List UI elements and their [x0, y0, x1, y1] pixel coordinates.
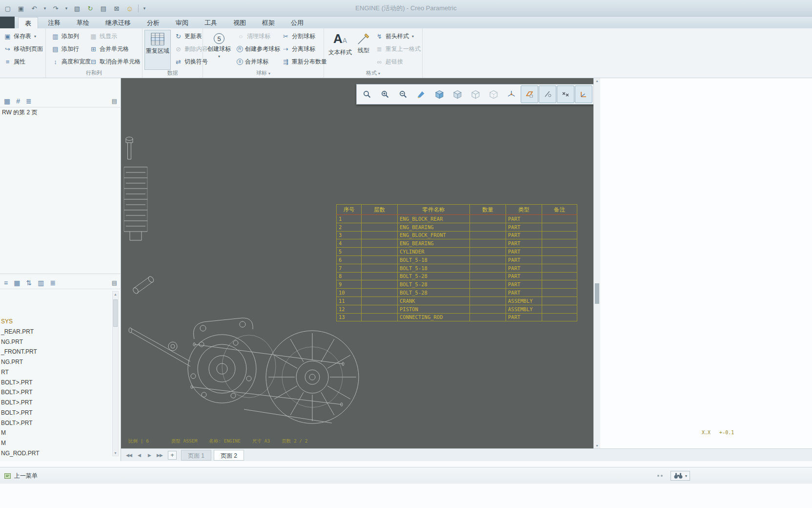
ribbon-tab-analysis[interactable]: 分析	[141, 17, 166, 28]
zoom-in-button[interactable]	[376, 85, 394, 103]
file-menu-button[interactable]	[0, 17, 15, 28]
qat-customize-caret-icon[interactable]: ▾	[142, 3, 147, 13]
arrow-style-button[interactable]: ↯ 箭头样式 ▾	[374, 31, 415, 42]
tree-columns-icon[interactable]: ▥	[38, 279, 44, 287]
move-to-page-button[interactable]: ↪ 移动到页面	[2, 43, 44, 54]
redo-button[interactable]: ↷	[51, 3, 61, 13]
model-tree-item[interactable]: _FRONT.PRT	[0, 347, 109, 357]
bom-row[interactable]: 1ENG_BLOCK_REARPART	[337, 215, 577, 223]
ribbon-tab-applications[interactable]: 公用	[284, 17, 310, 28]
sheet-tab-1[interactable]: 页面 1	[181, 450, 211, 461]
model-tree-item[interactable]: NG.PRT	[0, 357, 109, 367]
canvas-scroll-up-icon[interactable]: ▲	[594, 79, 600, 83]
windows-icon[interactable]: ▤	[99, 3, 108, 13]
undo-caret-icon[interactable]: ▾	[42, 3, 47, 13]
save-icon[interactable]: ▣	[16, 3, 26, 13]
scroll-down-icon[interactable]: ▼	[113, 451, 118, 455]
model-tree-item[interactable]: RT	[0, 367, 109, 378]
regenerate-icon[interactable]: ↻	[85, 3, 95, 13]
line-display-button[interactable]: ▦ 线显示	[88, 31, 119, 42]
ribbon-tab-tools[interactable]: 工具	[198, 17, 223, 28]
create-balloons-button[interactable]: 5 创建球标 ▾	[205, 30, 233, 70]
merge-balloons-button[interactable]: 8 合并球标	[235, 56, 270, 67]
model-tree-item[interactable]: M	[0, 438, 109, 448]
bom-row[interactable]: 7BOLT_5-18PART	[337, 264, 577, 272]
model-tree-item[interactable]: SYS	[0, 317, 109, 327]
bom-row[interactable]: 4ENG_BEARINGPART	[337, 239, 577, 248]
ribbon-tab-view[interactable]: 视图	[227, 17, 252, 28]
add-row-button[interactable]: ▤ 添加行	[50, 43, 81, 54]
datum-display-button[interactable]	[503, 85, 520, 103]
bom-table[interactable]: 序号 层数 零件名称 数量 类型 备注 1ENG_BLOCK_REARPART …	[336, 204, 577, 321]
unmerge-cells-button[interactable]: ⊟ 取消合并单元格	[88, 56, 142, 67]
canvas-scroll-down-icon[interactable]: ▼	[594, 444, 600, 447]
add-sheet-button[interactable]: +	[168, 451, 177, 460]
detach-balloons-button[interactable]: ⇢ 分离球标	[280, 43, 317, 54]
tree-list-icon[interactable]: ≡	[4, 279, 8, 287]
bom-row[interactable]: 12PISTONASSEMBLY	[337, 305, 577, 313]
model-tree-item[interactable]: NG_ROD.PRT	[0, 448, 109, 459]
repeat-last-format-button[interactable]: ≣ 重复上一格式	[374, 43, 422, 54]
undo-button[interactable]: ↶	[29, 3, 39, 13]
next-sheet-icon[interactable]: ▶	[145, 453, 153, 458]
add-column-button[interactable]: ▥ 添加列	[50, 31, 81, 42]
drawing-tree-icon[interactable]: ▦	[4, 97, 10, 105]
repaint-button[interactable]	[412, 85, 430, 103]
hyperlink-button[interactable]: ∞ 超链接	[374, 56, 405, 67]
bom-row[interactable]: 2ENG_BEARINGPART	[337, 223, 577, 231]
bom-row[interactable]: 8BOLT_5-28PART	[337, 272, 577, 280]
text-style-button[interactable]: AA 文本样式	[327, 30, 353, 70]
panel-options-icon[interactable]: ▤	[112, 98, 117, 105]
canvas-scrollbar-thumb[interactable]	[595, 283, 599, 304]
scroll-up-icon[interactable]: ▲	[113, 293, 118, 296]
sidebar-scrollbar[interactable]: ▲ ▼	[112, 291, 119, 456]
model-tree-item[interactable]: NG.PRT	[0, 337, 109, 347]
model-tree-item[interactable]: BOLT>.PRT	[0, 418, 109, 428]
bom-row[interactable]: 6BOLT_5-18PART	[337, 255, 577, 264]
model-tree-item[interactable]: BOLT>.PRT	[0, 378, 109, 388]
format-group-caret-icon[interactable]: ▾	[378, 71, 380, 76]
balloons-group-caret-icon[interactable]: ▾	[268, 71, 270, 76]
zoom-out-button[interactable]	[394, 85, 412, 103]
display-style-button[interactable]	[448, 85, 466, 103]
scrollbar-thumb[interactable]	[113, 299, 118, 327]
create-ref-balloon-button[interactable]: R 创建参考球标	[235, 43, 282, 54]
sidebar-splitter[interactable]	[0, 274, 121, 274]
prev-sheet-icon[interactable]: ◀	[135, 453, 143, 458]
find-button[interactable]: ▾	[670, 471, 690, 481]
update-table-button[interactable]: ↻ 更新表	[173, 31, 203, 42]
bom-row[interactable]: 11CRANKASSEMBLY	[337, 296, 577, 305]
bom-row[interactable]: 13CONNECTING_RODPART	[337, 313, 577, 321]
sheet-tab-2[interactable]: 页面 2	[214, 450, 244, 461]
tree-layers-icon[interactable]: ≣	[50, 279, 56, 287]
previous-menu-button[interactable]: 上一菜单	[4, 467, 38, 484]
height-width-button[interactable]: ↕ 高度和宽度	[50, 56, 92, 67]
last-sheet-icon[interactable]: ▶▶	[156, 453, 163, 458]
ribbon-tab-sketch[interactable]: 草绘	[70, 17, 96, 28]
axis-display-toggle[interactable]	[539, 85, 556, 103]
csys-display-toggle[interactable]	[575, 85, 592, 103]
cleanup-balloons-button[interactable]: ○ 清理球标	[235, 31, 272, 42]
select-box-icon[interactable]: ▧	[72, 3, 82, 13]
repeat-region-button[interactable]: 重复区域	[144, 30, 171, 70]
save-table-button[interactable]: ▣ 保存表 ▾	[2, 31, 38, 42]
layer-tree-icon[interactable]: ≣	[26, 97, 32, 105]
table-tree-icon[interactable]: #	[16, 97, 20, 105]
bom-row[interactable]: 5CYLINDERPART	[337, 248, 577, 256]
properties-button[interactable]: ≡ 属性	[2, 56, 27, 67]
first-sheet-icon[interactable]: ◀◀	[125, 453, 133, 458]
model-tree-item[interactable]: BOLT>.PRT	[0, 408, 109, 418]
tree-grid-icon[interactable]: ▦	[14, 279, 20, 287]
transparent-view-button[interactable]	[467, 85, 484, 103]
ribbon-tab-framework[interactable]: 框架	[256, 17, 281, 28]
drawing-canvas[interactable]: 序号 层数 零件名称 数量 类型 备注 1ENG_BLOCK_REARPART …	[121, 78, 593, 448]
tree-sort-icon[interactable]: ⇅	[26, 279, 32, 287]
tree-options-icon[interactable]: ▤	[112, 279, 117, 286]
canvas-vertical-scrollbar[interactable]: ▲ ▼	[593, 78, 600, 448]
model-tree-item[interactable]: BOLT>.PRT	[0, 387, 109, 398]
redo-caret-icon[interactable]: ▾	[64, 3, 69, 13]
point-display-toggle[interactable]	[557, 85, 574, 103]
find-caret-icon[interactable]: ▾	[685, 474, 687, 478]
redistribute-qty-button[interactable]: ⇶ 重新分布数量	[280, 56, 328, 67]
shaded-view-button[interactable]	[430, 85, 448, 103]
